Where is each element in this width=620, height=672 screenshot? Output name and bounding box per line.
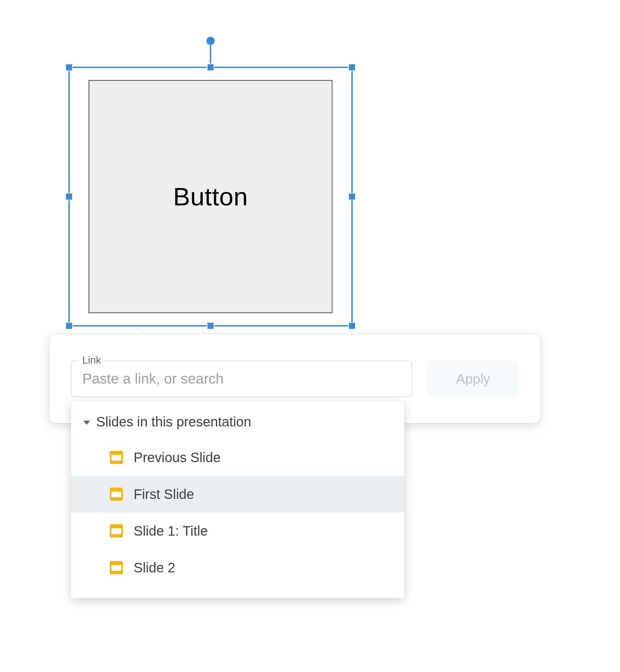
dropdown-list: Previous Slide First Slide Slide 1: Titl… (71, 439, 404, 586)
dropdown-item[interactable]: Slide 2 (71, 549, 404, 586)
resize-handle-top-middle[interactable] (207, 64, 214, 71)
dropdown-item[interactable]: First Slide (71, 476, 404, 513)
resize-handle-middle-left[interactable] (65, 193, 73, 200)
shape-selection-bbox[interactable]: Button (68, 67, 353, 326)
slides-dropdown: Slides in this presentation Previous Sli… (71, 401, 404, 598)
popup-pointer-icon (134, 329, 143, 333)
rotation-handle-stem (210, 43, 211, 64)
resize-handle-middle-right[interactable] (348, 193, 356, 200)
resize-handle-bottom-right[interactable] (348, 322, 356, 330)
resize-handle-top-right[interactable] (348, 64, 356, 71)
slide-icon (108, 486, 124, 502)
apply-button[interactable]: Apply (427, 361, 519, 397)
slide-icon (108, 523, 124, 539)
svg-rect-5 (112, 528, 121, 534)
dropdown-item-label: Previous Slide (134, 450, 221, 465)
dropdown-item-label: Slide 2 (134, 560, 175, 575)
link-field-wrapper: Link (71, 360, 412, 397)
dropdown-item[interactable]: Slide 1: Title (71, 513, 404, 549)
shape-label: Button (173, 182, 248, 211)
shape-button[interactable]: Button (88, 80, 333, 313)
chevron-down-icon (83, 421, 90, 425)
slide-icon (108, 560, 124, 575)
link-input[interactable] (71, 360, 412, 397)
resize-handle-bottom-middle[interactable] (207, 322, 214, 330)
dropdown-title: Slides in this presentation (96, 414, 251, 430)
resize-handle-top-left[interactable] (65, 64, 73, 71)
resize-handle-bottom-left[interactable] (65, 322, 73, 330)
slide-icon (108, 450, 124, 465)
link-field-label: Link (79, 354, 104, 366)
dropdown-item-label: First Slide (134, 487, 194, 502)
svg-rect-7 (112, 565, 121, 571)
dropdown-item[interactable]: Previous Slide (71, 439, 404, 476)
svg-rect-3 (112, 491, 121, 497)
svg-rect-1 (112, 455, 121, 460)
dropdown-header[interactable]: Slides in this presentation (71, 411, 404, 439)
rotation-handle[interactable] (206, 37, 215, 45)
dropdown-item-label: Slide 1: Title (134, 523, 208, 539)
